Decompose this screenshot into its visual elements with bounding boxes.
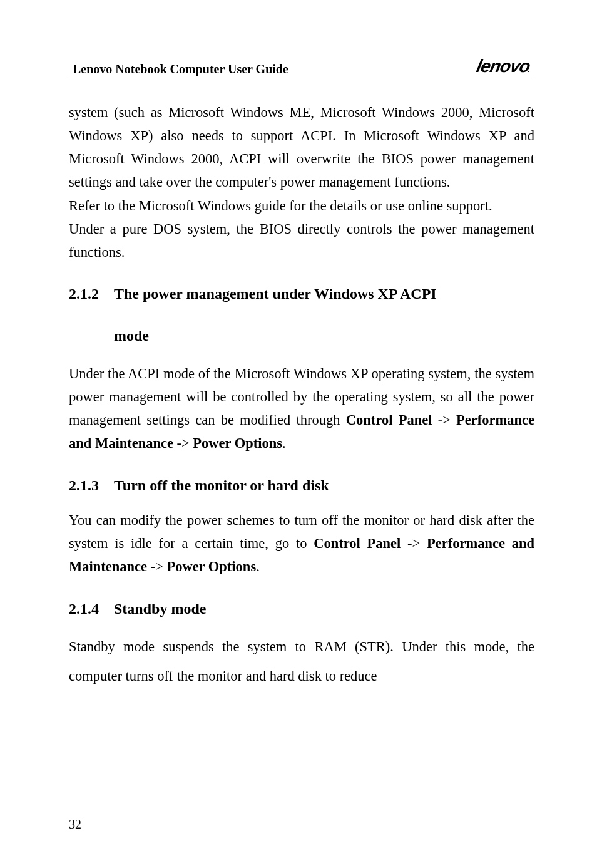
- text-run: ->: [432, 412, 456, 428]
- body-paragraph: Under a pure DOS system, the BIOS direct…: [69, 217, 534, 264]
- bold-run: Power Options: [193, 435, 282, 451]
- page-header: Lenovo Notebook Computer User Guide leno…: [69, 56, 534, 78]
- brand-text: lenovo: [475, 56, 532, 76]
- section-heading-212: 2.1.2The power management under Windows …: [69, 280, 534, 351]
- section-heading-213: 2.1.3Turn off the monitor or hard disk: [69, 472, 534, 500]
- section-title-line2: mode: [114, 322, 534, 351]
- body-paragraph: Refer to the Microsoft Windows guide for…: [69, 194, 534, 217]
- bold-run: Control Panel: [346, 412, 432, 428]
- section-number: 2.1.3: [69, 472, 99, 500]
- body-paragraph: system (such as Microsoft Windows ME, Mi…: [69, 101, 534, 194]
- text-run: ->: [173, 435, 193, 451]
- brand-logo: lenovo.: [474, 56, 536, 76]
- section-heading-214: 2.1.4Standby mode: [69, 595, 534, 624]
- section-title: Standby mode: [114, 601, 206, 617]
- bold-run: Control Panel: [314, 535, 401, 551]
- bold-run: Power Options: [166, 559, 256, 574]
- section-title: Turn off the monitor or hard disk: [114, 477, 329, 493]
- body-paragraph: Standby mode suspends the system to RAM …: [69, 632, 534, 691]
- text-run: .: [282, 435, 286, 451]
- text-run: ->: [147, 559, 166, 574]
- body-paragraph: Under the ACPI mode of the Microsoft Win…: [69, 362, 534, 455]
- body-paragraph: You can modify the power schemes to turn…: [69, 509, 534, 578]
- text-run: .: [256, 559, 260, 574]
- section-number: 2.1.2: [69, 280, 99, 309]
- header-title: Lenovo Notebook Computer User Guide: [69, 62, 288, 76]
- page-number: 32: [69, 817, 81, 832]
- text-run: ->: [401, 535, 427, 551]
- section-number: 2.1.4: [69, 595, 99, 624]
- section-title-line1: The power management under Windows XP AC…: [114, 286, 437, 302]
